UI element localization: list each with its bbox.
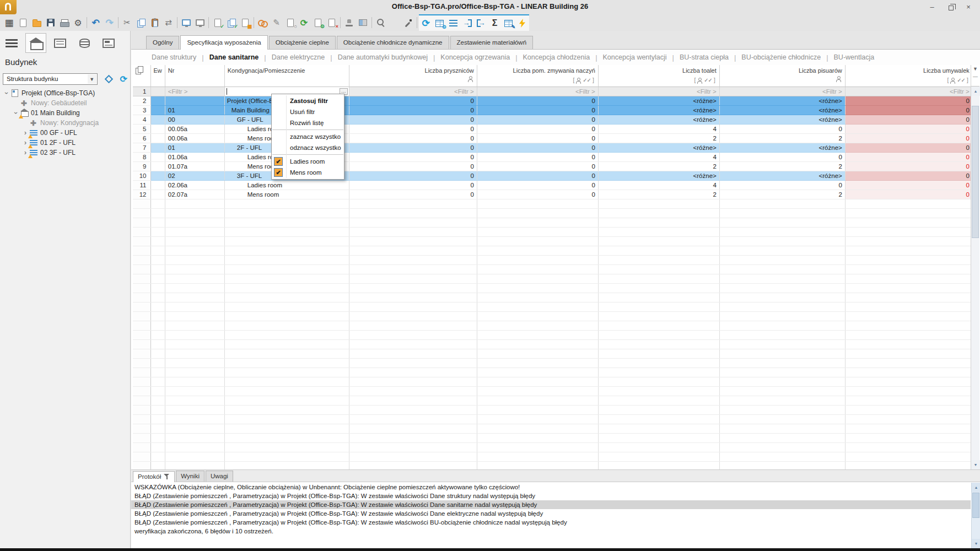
row-number[interactable]: 11 — [133, 180, 150, 190]
row-number[interactable]: 5 — [133, 124, 150, 133]
log-scroll-down-icon[interactable]: ▼ — [972, 539, 980, 548]
cell-value[interactable]: 0 — [349, 133, 477, 143]
cell-nr[interactable] — [165, 96, 224, 105]
row-number[interactable]: 2 — [133, 96, 150, 105]
column-header-c2[interactable]: Liczba pom. zmywania naczyń[✓✓] — [477, 65, 598, 87]
cell-value[interactable]: 2 — [598, 190, 719, 199]
log-line[interactable]: BŁĄD (Zestawienie pomieszczeń , Parametr… — [131, 491, 971, 500]
cell-value[interactable]: 0 — [477, 115, 598, 124]
log-tab-protok-[interactable]: Protokół — [133, 471, 175, 482]
cell-value[interactable]: 0 — [477, 133, 598, 143]
cell-nr[interactable]: 02 — [165, 171, 224, 180]
column-header-nr[interactable]: Nr — [165, 65, 224, 87]
menu-item-mens-room[interactable]: ✔Mens room — [272, 167, 344, 178]
column-header-kond[interactable]: Kondygnacja/Pomieszczenie — [224, 65, 349, 87]
window-forward-icon[interactable] — [193, 15, 207, 30]
cell-value[interactable]: <różne> — [719, 171, 845, 180]
cell-value[interactable]: 0 — [845, 143, 972, 152]
open-folder-icon[interactable] — [30, 15, 44, 30]
subtab-koncepcja-ogrzewania[interactable]: Koncepcja ogrzewania — [435, 53, 515, 61]
log-scrollbar[interactable]: ▲ ▼ — [971, 483, 980, 548]
structure-settings-icon[interactable] — [102, 72, 116, 86]
cell-value[interactable]: 0 — [477, 152, 598, 161]
log-scroll-up-icon[interactable]: ▲ — [972, 483, 980, 492]
menu-item-ladies-room[interactable]: ✔Ladies room — [272, 156, 344, 167]
tab-obci-enie-cieplne[interactable]: Obciążenie cieplne — [269, 36, 336, 49]
cell-value[interactable]: 0 — [349, 152, 477, 161]
cell-nr[interactable]: 02.06a — [165, 180, 224, 190]
cell-value[interactable]: 2 — [719, 190, 845, 199]
tree-item[interactable]: ›Projekt (Office-Bsp-TGA) — [0, 88, 130, 98]
cell-value[interactable]: 0 — [845, 180, 972, 190]
tab-obci-enie-ch-odnicze-dynamiczne[interactable]: Obciążenie chłodnicze dynamiczne — [337, 36, 449, 49]
cell-value[interactable]: 4 — [598, 152, 719, 161]
cell-nr[interactable]: 01 — [165, 105, 224, 115]
column-header-gutter[interactable] — [133, 65, 150, 87]
filter-cell-c1[interactable]: <Filtr > — [349, 87, 477, 96]
row-number[interactable]: 12 — [133, 190, 150, 199]
cell-value[interactable]: <różne> — [719, 105, 845, 115]
cell-value[interactable]: 0 — [477, 96, 598, 105]
doc-delete-icon[interactable]: × — [325, 15, 338, 30]
menu-item-usu-filtr[interactable]: Usuń filtr — [272, 106, 344, 117]
filter-cell-nr[interactable]: <Filtr > — [165, 87, 224, 96]
cell-nr[interactable]: 01.07a — [165, 161, 224, 171]
structure-select[interactable]: Struktura budynku ▼ — [3, 73, 98, 85]
settings-gear-icon[interactable]: ⚙ — [71, 15, 85, 30]
cell-value[interactable]: 0 — [349, 96, 477, 105]
cell-value[interactable]: 0 — [845, 96, 972, 105]
row-number[interactable]: 9 — [133, 161, 150, 171]
filter-cell-c5[interactable]: <Filtr > — [845, 87, 972, 96]
column-chooser-icon[interactable]: ▼— — [971, 65, 979, 87]
doc-check-icon[interactable]: ✓ — [211, 15, 224, 30]
column-header-ew[interactable]: Ew — [150, 65, 165, 87]
refresh-data-icon[interactable]: ⟳ — [419, 16, 433, 30]
zoom-icon[interactable] — [374, 15, 387, 30]
subtab-bu-obci-enie-ch-odnicze[interactable]: BU-obciążenie chłodnicze — [736, 53, 826, 61]
cell-ew[interactable] — [150, 190, 165, 199]
row-number[interactable]: 10 — [133, 171, 150, 180]
column-header-c1[interactable]: Liczba pryszniców — [349, 65, 477, 87]
refresh-green-icon[interactable]: ⟳ — [297, 15, 311, 30]
cell-value[interactable]: 0 — [719, 180, 845, 190]
cell-ew[interactable] — [150, 152, 165, 161]
cell-value[interactable]: <różne> — [598, 96, 719, 105]
cell-ew[interactable] — [150, 171, 165, 180]
cell-value[interactable]: 0 — [477, 161, 598, 171]
menu-item-zastosuj-filtr[interactable]: Zastosuj filtr — [272, 95, 344, 106]
cell-value[interactable]: 2 — [598, 161, 719, 171]
subtab-bu-strata-ciep-a[interactable]: BU-strata ciepła — [674, 53, 734, 61]
subtab-koncepcja-wentylacji[interactable]: Koncepcja wentylacji — [597, 53, 672, 61]
swap-icon[interactable]: ⇄ — [161, 15, 175, 30]
cell-value[interactable]: 0 — [845, 152, 972, 161]
filter-cell-c4[interactable]: <Filtr > — [719, 87, 845, 96]
tree-item[interactable]: ›00 GF - UFL — [0, 128, 130, 138]
app-grid-icon[interactable]: ▦ — [2, 15, 16, 30]
row-number[interactable]: 7 — [133, 143, 150, 152]
report-view-icon[interactable] — [98, 33, 119, 53]
cell-nr[interactable]: 01.06a — [165, 152, 224, 161]
filter-funnel-icon[interactable] — [164, 474, 170, 480]
log-tab-wyniki[interactable]: Wyniki — [176, 471, 204, 482]
cell-value[interactable]: 0 — [349, 180, 477, 190]
tree-new-item[interactable]: ✚Nowy: Kondygnacja — [0, 118, 130, 128]
cell-ew[interactable] — [150, 180, 165, 190]
minimize-button[interactable]: – — [924, 2, 940, 12]
cell-nr[interactable]: 01 — [165, 143, 224, 152]
pick-color-icon[interactable] — [401, 15, 415, 30]
cell-value[interactable]: 0 — [349, 115, 477, 124]
docs-check-icon[interactable]: ✓ — [224, 15, 238, 30]
zoom-window-icon[interactable] — [387, 15, 401, 30]
checkbox-checked-icon[interactable]: ✔ — [274, 168, 283, 177]
cell-value[interactable]: <różne> — [598, 143, 719, 152]
cell-value[interactable]: <różne> — [598, 105, 719, 115]
cell-value[interactable]: 0 — [845, 133, 972, 143]
list-view-icon[interactable] — [446, 16, 460, 30]
cell-value[interactable]: 0 — [477, 105, 598, 115]
cell-value[interactable]: 0 — [349, 124, 477, 133]
row-number[interactable]: 3 — [133, 105, 150, 115]
cell-ew[interactable] — [150, 115, 165, 124]
cell-value[interactable]: 0 — [845, 161, 972, 171]
tree-item[interactable]: ›01 Main Building — [0, 108, 130, 118]
cell-kondygnacja[interactable]: Ladies room — [224, 180, 349, 190]
